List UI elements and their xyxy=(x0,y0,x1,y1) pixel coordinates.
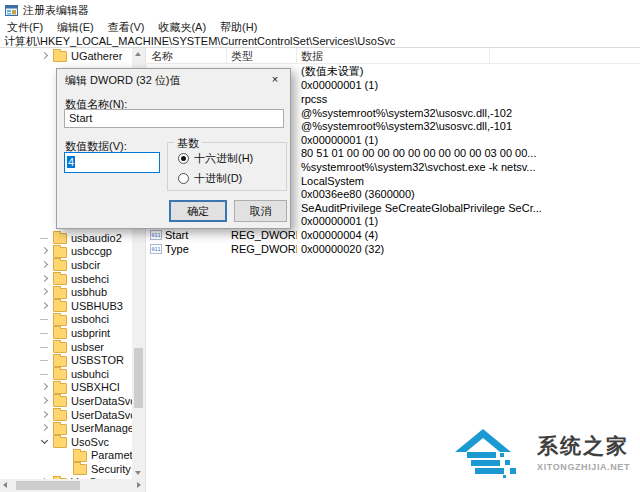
tree-item-label: usbprint xyxy=(71,327,110,339)
scroll-down-arrow[interactable] xyxy=(132,466,145,479)
scroll-left-arrow[interactable] xyxy=(0,479,13,492)
scroll-up-arrow[interactable] xyxy=(132,48,145,61)
tree-item-UGatherer[interactable]: UGatherer xyxy=(0,49,132,63)
expand-icon[interactable] xyxy=(40,423,50,433)
column-header-data[interactable]: 数据 xyxy=(297,48,490,63)
base-groupbox: 基数 十六进制(H) 十进制(D) xyxy=(167,142,287,191)
folder-icon xyxy=(53,424,67,435)
reg-dword-icon: 011 xyxy=(150,244,162,254)
dialog-title-bar[interactable]: 编辑 DWORD (32 位)值 × xyxy=(57,69,290,90)
expand-icon[interactable] xyxy=(40,260,50,270)
tree-item-usbohci[interactable]: usbohci xyxy=(0,313,132,327)
value-type: REG_DWORD xyxy=(227,229,297,241)
registry-value-row[interactable]: 011StartREG_DWORD0x00000004 (4) xyxy=(147,228,640,242)
expand-icon[interactable] xyxy=(40,274,50,284)
radio-decimal[interactable]: 十进制(D) xyxy=(178,171,242,186)
tree-item-UsoSvc[interactable]: UsoSvc xyxy=(0,435,132,449)
cancel-button[interactable]: 取消 xyxy=(234,200,287,222)
expand-icon[interactable] xyxy=(40,382,50,392)
radio-hexadecimal[interactable]: 十六进制(H) xyxy=(178,151,253,166)
tree-stub-icon xyxy=(40,342,50,352)
tree-item-usbprint[interactable]: usbprint xyxy=(0,326,132,340)
value-data-input[interactable]: 4 xyxy=(64,152,160,173)
tree-item-label: usbcir xyxy=(71,259,100,271)
list-header: 名称 类型 数据 xyxy=(147,48,640,64)
watermark: 系统之家 XITONGZHIJIA.NET xyxy=(455,422,630,482)
folder-icon xyxy=(53,301,67,312)
folder-icon xyxy=(53,260,67,271)
ok-button[interactable]: 确定 xyxy=(169,200,227,222)
tree-item-label: usbuhci xyxy=(71,368,109,380)
value-data: 0x00000001 (1) xyxy=(297,215,640,227)
expand-icon[interactable] xyxy=(40,301,50,311)
value-name-cell: 011Type xyxy=(147,243,227,255)
tree-item-usbhub[interactable]: usbhub xyxy=(0,285,132,299)
tree-stub-icon xyxy=(40,355,50,365)
value-data: 0x00000004 (4) xyxy=(297,229,640,241)
window-title: 注册表编辑器 xyxy=(23,3,89,18)
value-data: 0x00000001 (1) xyxy=(297,134,640,146)
tree-item-USBXHCI[interactable]: USBXHCI xyxy=(0,381,132,395)
tree-item-UserManage[interactable]: UserManage xyxy=(0,421,132,435)
base-group-label: 基数 xyxy=(174,136,202,151)
registry-value-row[interactable]: 011TypeREG_DWORD0x00000020 (32) xyxy=(147,242,640,256)
tree-item-USBSTOR[interactable]: USBSTOR xyxy=(0,353,132,367)
tree-item-Security[interactable]: Security xyxy=(0,462,132,476)
tree-item-label: UsoSvc xyxy=(71,436,109,448)
tree-item-UserDataSvc_[interactable]: UserDataSvc_ xyxy=(0,408,132,422)
tree-item-label: USBXHCI xyxy=(71,381,120,393)
close-icon[interactable]: × xyxy=(260,69,290,89)
address-bar[interactable]: 计算机\HKEY_LOCAL_MACHINE\SYSTEM\CurrentCon… xyxy=(0,34,640,48)
tree-items: usbaudio2usbccgpusbcirusbehciusbhubUSBHU… xyxy=(0,231,132,489)
menu-file[interactable]: 文件(F) xyxy=(0,20,50,35)
folder-icon xyxy=(53,410,67,421)
value-name-input[interactable]: Start xyxy=(64,109,284,128)
expand-icon[interactable] xyxy=(40,51,50,61)
tree-horizontal-scrollbar[interactable] xyxy=(0,479,145,492)
tree-item-label: usbhub xyxy=(71,286,107,298)
scroll-right-arrow[interactable] xyxy=(132,479,145,492)
tree-item-usbcir[interactable]: usbcir xyxy=(0,258,132,272)
menu-edit[interactable]: 编辑(E) xyxy=(50,20,101,35)
vertical-scroll-thumb[interactable] xyxy=(134,348,143,408)
value-data: (数值未设置) xyxy=(297,64,640,79)
menu-view[interactable]: 查看(V) xyxy=(101,20,152,35)
folder-icon xyxy=(53,233,67,244)
folder-icon xyxy=(53,288,67,299)
expand-icon[interactable] xyxy=(40,246,50,256)
registry-editor-icon xyxy=(5,4,18,17)
menu-favorites[interactable]: 收藏夹(A) xyxy=(151,20,213,35)
radio-selected-icon[interactable] xyxy=(178,153,189,164)
watermark-subtitle: XITONGZHIJIA.NET xyxy=(537,462,630,472)
folder-icon xyxy=(53,274,67,285)
tree-item-usbuhci[interactable]: usbuhci xyxy=(0,367,132,381)
tree-item-USBHUB3[interactable]: USBHUB3 xyxy=(0,299,132,313)
tree-item-usbser[interactable]: usbser xyxy=(0,340,132,354)
tree-item-label: usbohci xyxy=(71,313,109,325)
column-header-type[interactable]: 类型 xyxy=(227,48,297,63)
value-data: SeAuditPrivilege SeCreateGlobalPrivilege… xyxy=(297,202,640,214)
tree-stub-icon xyxy=(40,314,50,324)
tree-item-label: USBSTOR xyxy=(71,354,124,366)
xitongzhijia-logo-icon xyxy=(455,422,527,482)
menu-help[interactable]: 帮助(H) xyxy=(213,20,264,35)
collapse-icon[interactable] xyxy=(40,437,50,447)
selected-text: 4 xyxy=(67,156,75,168)
column-header-name[interactable]: 名称 xyxy=(147,48,227,63)
value-data: 80 51 01 00 00 00 00 00 00 00 00 00 03 0… xyxy=(297,147,640,159)
expand-icon[interactable] xyxy=(40,287,50,297)
horizontal-scroll-thumb[interactable] xyxy=(16,481,80,490)
tree-item-usbaudio2[interactable]: usbaudio2 xyxy=(0,231,132,245)
tree-item-Parameter[interactable]: Parameter xyxy=(0,449,132,463)
expand-icon[interactable] xyxy=(40,396,50,406)
radio-unselected-icon[interactable] xyxy=(178,173,189,184)
tree-item-UserDataSvc[interactable]: UserDataSvc xyxy=(0,394,132,408)
tree-item-label: Security xyxy=(91,463,131,475)
tree-item-usbccgp[interactable]: usbccgp xyxy=(0,245,132,259)
tree-item-label: UGatherer xyxy=(71,50,122,62)
tree-item-usbehci[interactable]: usbehci xyxy=(0,272,132,286)
tree-stub-icon xyxy=(40,369,50,379)
expand-icon[interactable] xyxy=(40,410,50,420)
folder-icon xyxy=(53,247,67,258)
folder-icon xyxy=(53,396,67,407)
